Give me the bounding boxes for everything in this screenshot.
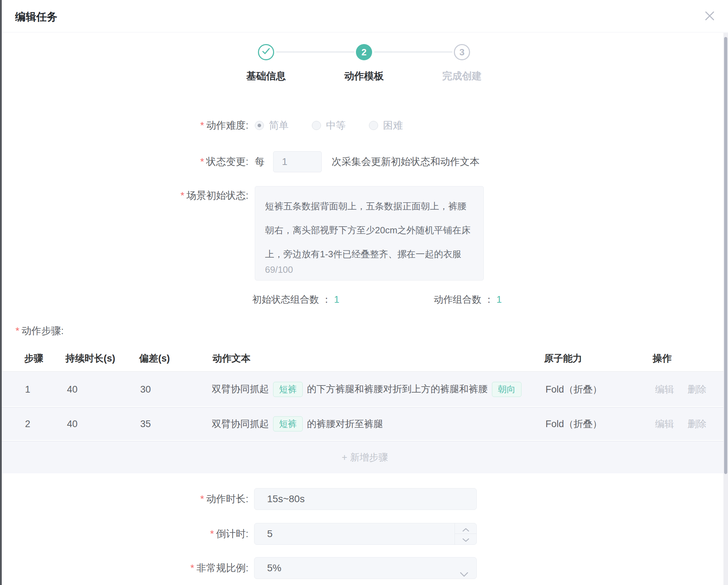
step-connector [276, 51, 354, 53]
step-1-indicator [258, 44, 274, 60]
wizard-stepper: 2 3 基础信息 动作模板 完成创建 [0, 32, 728, 89]
unusual-ratio-row: *非常规比例: 5% [0, 556, 728, 580]
spinner-decrease-button[interactable] [455, 534, 476, 544]
chevron-down-icon [459, 564, 469, 585]
scrollbar-track[interactable] [723, 33, 728, 585]
cell-step: 1 [25, 384, 30, 395]
col-duration: 持续时长(s) [66, 352, 115, 365]
edit-link[interactable]: 编辑 [655, 383, 674, 396]
action-combo-count: 动作组合数：1 [434, 293, 502, 306]
state-change-prefix: 每 [255, 155, 265, 168]
state-change-row: *状态变更: 每 1 次采集会更新初始状态和动作文本 [0, 151, 728, 173]
state-change-suffix: 次采集会更新初始状态和动作文本 [332, 155, 480, 168]
initial-state-textarea[interactable]: 短裤五条数据背面朝上，五条数据正面朝上，裤腰朝右，离头部视野下方至少20cm之外… [255, 186, 484, 281]
object-tag: 短裤 [273, 416, 303, 431]
countdown-label: *倒计时: [0, 527, 248, 541]
close-button[interactable] [702, 8, 717, 24]
char-counter: 69/100 [265, 264, 293, 275]
cell-operations: 编辑 删除 [655, 383, 720, 396]
col-step: 步骤 [24, 352, 43, 365]
required-mark: * [16, 325, 19, 336]
initial-state-text: 短裤五条数据背面朝上，五条数据正面朝上，裤腰朝右，离头部视野下方至少20cm之外… [265, 201, 471, 259]
step-3-label: 完成创建 [420, 69, 504, 83]
cell-action-text: 双臂协同抓起 短裤 的下方裤腿和裤腰对折到上方的裤腿和裤腰 朝向 [212, 382, 526, 397]
table-row: 1 40 30 双臂协同抓起 短裤 的下方裤腿和裤腰对折到上方的裤腿和裤腰 朝向… [2, 372, 728, 406]
step-2-indicator: 2 [356, 44, 372, 60]
action-steps-section-label: *动作步骤: [16, 324, 64, 338]
difficulty-label: *动作难度: [0, 119, 248, 132]
cell-operations: 编辑 删除 [655, 418, 720, 430]
col-ability: 原子能力 [544, 352, 582, 365]
cell-deviation: 30 [140, 384, 151, 395]
duration-input[interactable]: 15s~80s [254, 488, 477, 510]
required-mark: * [200, 120, 204, 131]
required-mark: * [190, 562, 194, 573]
difficulty-radio-group: 简单 中等 困难 [255, 119, 426, 132]
initial-state-label: *场景初始状态: [0, 186, 248, 202]
state-change-label: *状态变更: [0, 155, 248, 168]
required-mark: * [200, 156, 204, 167]
unusual-ratio-select[interactable]: 5% [254, 557, 477, 579]
delete-link[interactable]: 删除 [687, 383, 707, 396]
edit-task-dialog: 编辑任务 2 3 基础信息 动作模板 完成创建 *动作难度: [0, 0, 728, 585]
close-icon [703, 10, 716, 23]
cell-ability: Fold（折叠） [545, 418, 602, 430]
required-mark: * [180, 190, 184, 201]
radio-label: 简单 [269, 119, 289, 132]
required-mark: * [210, 528, 214, 539]
dialog-header: 编辑任务 [0, 0, 728, 32]
combo-counts-row: 初始状态组合数：1 动作组合数：1 [0, 292, 728, 307]
add-step-button[interactable]: + 新增步骤 [2, 441, 728, 473]
step-2-label: 动作模板 [322, 69, 406, 83]
cell-step: 2 [25, 419, 30, 430]
radio-simple[interactable]: 简单 [255, 119, 289, 132]
cell-ability: Fold（折叠） [545, 383, 602, 396]
radio-hard[interactable]: 困难 [369, 119, 403, 132]
col-deviation: 偏差(s) [139, 352, 170, 365]
required-mark: * [200, 493, 204, 504]
chevron-down-icon [462, 529, 469, 550]
orientation-tag: 朝向 [492, 382, 522, 397]
cell-duration: 40 [67, 419, 78, 430]
cell-duration: 40 [67, 384, 78, 395]
initial-combo-value: 1 [334, 294, 339, 305]
edit-link[interactable]: 编辑 [655, 418, 674, 430]
step-connector [374, 51, 452, 53]
cell-deviation: 35 [140, 419, 151, 430]
number-spinner [455, 523, 476, 544]
page-edge [0, 0, 2, 585]
state-change-input[interactable]: 1 [273, 151, 322, 172]
step-1-label: 基础信息 [224, 69, 308, 83]
difficulty-row: *动作难度: 简单 中等 困难 [0, 116, 728, 135]
step-number: 3 [459, 47, 464, 58]
countdown-row: *倒计时: 5 [0, 522, 728, 546]
radio-label: 困难 [383, 119, 403, 132]
col-action-text: 动作文本 [212, 352, 251, 365]
step-3-indicator: 3 [454, 44, 470, 60]
object-tag: 短裤 [273, 382, 303, 397]
radio-circle [369, 121, 378, 130]
initial-state-row: *场景初始状态: 短裤五条数据背面朝上，五条数据正面朝上，裤腰朝右，离头部视野下… [0, 186, 728, 281]
unusual-ratio-label: *非常规比例: [0, 561, 248, 575]
radio-medium[interactable]: 中等 [312, 119, 346, 132]
initial-combo-count: 初始状态组合数：1 [252, 293, 339, 306]
action-combo-value: 1 [496, 294, 502, 305]
check-icon [259, 44, 273, 61]
step-number: 2 [362, 47, 366, 58]
radio-circle [312, 121, 321, 130]
table-row: 2 40 35 双臂协同抓起 短裤 的裤腰对折至裤腿 Fold（折叠） 编辑 删… [2, 407, 728, 440]
page-title: 编辑任务 [15, 10, 57, 24]
duration-row: *动作时长: 15s~80s [0, 488, 728, 510]
radio-label: 中等 [326, 119, 346, 132]
radio-circle [255, 121, 264, 130]
delete-link[interactable]: 删除 [687, 418, 707, 430]
col-operation: 操作 [653, 352, 672, 365]
duration-label: *动作时长: [0, 492, 248, 506]
steps-table-header: 步骤 持续时长(s) 偏差(s) 动作文本 原子能力 操作 [2, 347, 728, 372]
cell-action-text: 双臂协同抓起 短裤 的裤腰对折至裤腿 [212, 416, 383, 431]
countdown-input[interactable]: 5 [254, 523, 477, 545]
scrollbar-thumb[interactable] [724, 37, 727, 474]
